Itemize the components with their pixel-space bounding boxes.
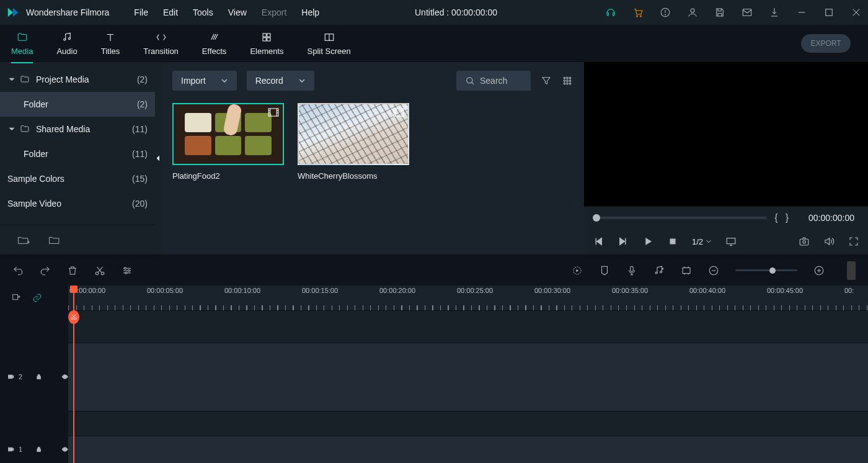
- media-browser: Import Record Search: [161, 62, 584, 254]
- track-lane-video[interactable]: [68, 343, 868, 411]
- svg-rect-14: [267, 34, 270, 37]
- account-icon[interactable]: [687, 7, 698, 18]
- lock-icon[interactable]: [35, 445, 42, 454]
- track-head-overlay[interactable]: [0, 310, 68, 343]
- lock-icon[interactable]: [35, 372, 42, 381]
- zoom-out-icon[interactable]: [708, 265, 719, 276]
- new-folder-icon[interactable]: [17, 235, 30, 246]
- svg-rect-15: [263, 38, 266, 41]
- tree-shared-media[interactable]: Shared Media (11): [0, 117, 155, 142]
- tree-folder-project[interactable]: Folder (2): [0, 92, 155, 117]
- adjust-icon[interactable]: [122, 265, 133, 276]
- audio-mixer-icon[interactable]: [653, 265, 665, 276]
- undo-icon[interactable]: [12, 265, 24, 276]
- menu-edit[interactable]: Edit: [163, 7, 178, 17]
- tab-transition-label: Transition: [143, 47, 179, 56]
- menu-help[interactable]: Help: [301, 7, 319, 17]
- tab-effects[interactable]: Effects: [202, 30, 227, 56]
- download-icon[interactable]: [769, 7, 780, 18]
- tab-titles[interactable]: Titles: [101, 30, 120, 56]
- maximize-icon[interactable]: [823, 7, 835, 18]
- svg-rect-8: [826, 9, 833, 16]
- track-lane-gap[interactable]: [68, 411, 868, 436]
- open-folder-icon[interactable]: [48, 235, 61, 246]
- close-icon[interactable]: [851, 7, 862, 18]
- redo-icon[interactable]: [40, 265, 51, 276]
- preview-scale[interactable]: 1/2: [692, 237, 712, 246]
- track-lane-overlay[interactable]: [68, 310, 868, 343]
- sidebar-collapse[interactable]: [155, 62, 161, 254]
- render-icon[interactable]: [572, 265, 583, 276]
- volume-icon[interactable]: [823, 236, 835, 247]
- fullscreen-icon[interactable]: [848, 236, 859, 247]
- tab-split-screen[interactable]: Split Screen: [308, 30, 351, 56]
- filter-icon[interactable]: [541, 75, 552, 86]
- record-dropdown[interactable]: Record: [247, 71, 314, 91]
- save-icon[interactable]: [714, 7, 725, 18]
- tree-folder-shared[interactable]: Folder (11): [0, 142, 155, 166]
- thumbnail-grid: PlatingFood2 WhiteCherryBlossoms: [172, 103, 573, 181]
- add-track-icon[interactable]: [11, 293, 21, 303]
- link-icon[interactable]: [32, 293, 42, 303]
- search-input[interactable]: Search: [456, 71, 531, 91]
- grid-view-icon[interactable]: [562, 75, 573, 86]
- audio-meter[interactable]: [847, 261, 856, 280]
- eye-icon[interactable]: [61, 445, 68, 454]
- voiceover-icon[interactable]: [626, 265, 637, 276]
- thumbnail-item[interactable]: PlatingFood2: [172, 103, 284, 181]
- tab-media[interactable]: Media: [11, 30, 33, 56]
- eye-icon[interactable]: [61, 372, 68, 381]
- svg-point-12: [68, 38, 70, 40]
- zoom-in-icon[interactable]: [813, 265, 825, 276]
- seek-slider[interactable]: [594, 217, 767, 219]
- menu-tools[interactable]: Tools: [193, 7, 213, 17]
- thumbnail-item[interactable]: WhiteCherryBlossoms: [298, 103, 409, 181]
- preview-timecode: 00:00:00:00: [796, 213, 858, 223]
- stop-icon[interactable]: [667, 236, 678, 247]
- snapshot-icon[interactable]: [799, 236, 810, 247]
- tree-sample-video[interactable]: Sample Video (20): [0, 191, 155, 216]
- track-head-video[interactable]: 2: [0, 343, 68, 411]
- cart-icon[interactable]: [632, 7, 644, 18]
- tree-project-media[interactable]: Project Media (2): [0, 67, 155, 92]
- minimize-icon[interactable]: [796, 7, 807, 18]
- svg-rect-46: [800, 239, 808, 245]
- marker-icon[interactable]: [599, 265, 610, 276]
- tab-audio[interactable]: Audio: [56, 30, 77, 56]
- menu-file[interactable]: File: [134, 7, 148, 17]
- menu-view[interactable]: View: [228, 7, 247, 17]
- svg-rect-75: [37, 449, 41, 452]
- svg-rect-68: [13, 295, 18, 300]
- track-lane-audio[interactable]: [68, 436, 868, 463]
- mark-in-button[interactable]: {: [774, 212, 777, 223]
- mark-out-button[interactable]: }: [786, 212, 789, 223]
- track-head-gap: [0, 411, 68, 436]
- display-icon[interactable]: [725, 236, 737, 247]
- svg-point-59: [660, 271, 662, 272]
- crop-icon[interactable]: [681, 265, 692, 276]
- import-dropdown[interactable]: Import: [172, 71, 237, 91]
- tab-transition[interactable]: Transition: [143, 30, 179, 56]
- svg-point-4: [665, 14, 666, 15]
- ruler[interactable]: 00:00:00:0000:00:05:0000:00:10:0000:00:1…: [68, 285, 868, 310]
- svg-point-54: [128, 269, 130, 271]
- tree-sample-colors[interactable]: Sample Colors (15): [0, 166, 155, 191]
- track-body[interactable]: [68, 310, 868, 463]
- info-icon[interactable]: [660, 7, 671, 18]
- support-icon[interactable]: [605, 7, 616, 18]
- play-icon[interactable]: [642, 236, 653, 247]
- next-frame-icon[interactable]: [618, 236, 629, 247]
- ruler-mark: 00:00:45:00: [767, 287, 803, 294]
- preview-video[interactable]: [584, 62, 868, 206]
- prev-frame-icon[interactable]: [593, 236, 604, 247]
- mail-icon[interactable]: [742, 7, 753, 18]
- tab-elements[interactable]: Elements: [250, 30, 283, 56]
- track-head-audio[interactable]: 1: [0, 436, 68, 463]
- svg-point-28: [567, 83, 569, 84]
- svg-point-73: [64, 376, 66, 378]
- delete-icon[interactable]: [67, 265, 78, 276]
- tab-media-label: Media: [11, 47, 33, 56]
- zoom-slider[interactable]: [735, 269, 797, 271]
- thumbnail-label: WhiteCherryBlossoms: [298, 171, 409, 181]
- cut-icon[interactable]: [94, 265, 105, 276]
